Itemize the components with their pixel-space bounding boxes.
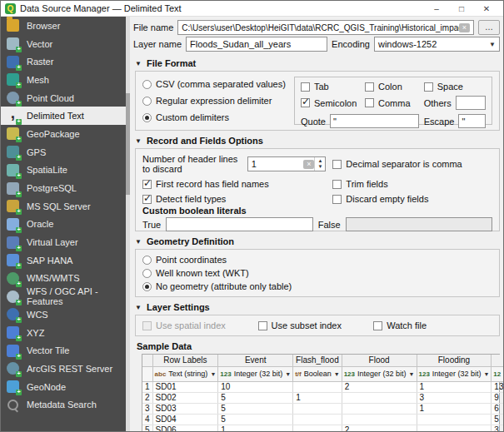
field-type-combo[interactable]: abcText (string)▼ <box>153 370 218 378</box>
true-input[interactable] <box>166 217 312 231</box>
options-scrollbar-thumb[interactable] <box>126 93 130 195</box>
checkbox-icon[interactable] <box>365 98 374 107</box>
sidebar-item-vector[interactable]: +Vector <box>1 35 126 53</box>
sidebar-item-label: WCS <box>27 310 48 320</box>
sidebar-item-ms-sql-server[interactable]: +MS SQL Server <box>1 197 126 216</box>
checkbox-comma[interactable]: Comma <box>365 98 419 108</box>
sidebar-item-oracle[interactable]: +Oracle <box>1 216 126 234</box>
sidebar-item-postgresql[interactable]: +PostgreSQL <box>1 179 126 197</box>
file-format-title: File Format <box>147 58 196 68</box>
checkbox-icon[interactable] <box>332 160 342 169</box>
checkbox-icon[interactable] <box>142 180 152 189</box>
minimize-button[interactable]: – <box>424 2 449 16</box>
checkbox-icon[interactable] <box>373 321 382 330</box>
checkbox-subset-index[interactable]: Use subset index <box>258 320 374 330</box>
record-fields-header[interactable]: ▼ Record and Fields Options <box>135 136 500 146</box>
checkbox-watch-file[interactable]: Watch file <box>373 320 489 330</box>
radio-regex[interactable]: Regular expression delimiter <box>142 96 286 106</box>
sidebar-item-wms-wmts[interactable]: +WMS/WMTS <box>1 270 126 288</box>
add-plus-icon: + <box>16 263 22 269</box>
checkbox-icon[interactable] <box>332 195 342 204</box>
layer-settings-header[interactable]: ▼ Layer Settings <box>135 302 500 312</box>
radio-icon[interactable] <box>142 282 152 291</box>
spinner-arrows-icon[interactable]: ▲▼ <box>314 157 325 171</box>
wcs-icon: + <box>7 308 19 320</box>
sidebar-item-label: Vector Tile <box>27 345 69 355</box>
sidebar-item-arcgis-rest-server[interactable]: +ArcGIS REST Server <box>1 360 126 378</box>
field-type-combo[interactable]: t/fBoolean▼ <box>293 370 342 378</box>
sidebar-item-geopackage[interactable]: +GeoPackage <box>1 125 126 143</box>
field-type-combo[interactable]: 123Integer (32 bit)▼ <box>342 370 417 378</box>
geometry-definition-header[interactable]: ▼ Geometry Definition <box>135 236 500 246</box>
checkbox-icon[interactable] <box>301 82 310 92</box>
checkbox-icon[interactable] <box>365 82 374 92</box>
field-type-combo[interactable]: 12 <box>492 370 504 378</box>
table-cell: 3 <box>492 425 504 432</box>
sidebar-item-geonode[interactable]: +GeoNode <box>1 378 126 396</box>
checkbox-decimal-comma-label: Decimal separator is comma <box>346 159 462 169</box>
sidebar-item-wfs-ogc-api-features[interactable]: +WFS / OGC API - Features <box>1 287 126 305</box>
file-name-input[interactable]: C:\Users\user\Desktop\HeiGIT\data\RCRC_Q… <box>177 20 474 35</box>
escape-input[interactable]: " <box>458 114 486 128</box>
options-scrollbar[interactable] <box>126 17 130 431</box>
radio-custom-delimiters[interactable]: Custom delimiters <box>142 112 286 122</box>
field-type-combo[interactable]: 123Integer (32 bit)▼ <box>218 370 292 378</box>
quote-input[interactable]: " <box>330 114 419 128</box>
sidebar-item-raster[interactable]: +Raster <box>1 52 126 71</box>
radio-point-coordinates[interactable]: Point coordinates <box>142 255 492 265</box>
sidebar-item-spatialite[interactable]: +SpatiaLite <box>1 161 126 180</box>
sidebar-item-gps[interactable]: +GPS <box>1 143 126 161</box>
checkbox-trim-fields[interactable]: Trim fields <box>332 179 492 189</box>
encoding-select[interactable]: windows-1252 ▼ <box>374 37 500 52</box>
checkbox-icon[interactable] <box>424 82 433 92</box>
sidebar-item-point-cloud[interactable]: +Point Cloud <box>1 89 126 107</box>
sidebar-item-label: Raster <box>27 57 53 67</box>
radio-icon[interactable] <box>142 97 152 106</box>
checkbox-icon[interactable] <box>142 195 152 204</box>
sidebar-item-browser[interactable]: Browser <box>1 17 126 35</box>
checkbox-icon[interactable] <box>258 321 267 330</box>
checkbox-decimal-comma[interactable]: Decimal separator is comma <box>332 159 492 169</box>
header-lines-spinner[interactable]: 1 × ▲▼ <box>247 156 327 171</box>
maximize-button[interactable]: □ <box>449 2 474 16</box>
checkbox-first-record[interactable]: First record has field names <box>142 179 326 189</box>
sidebar-item-wcs[interactable]: +WCS <box>1 305 126 324</box>
radio-icon[interactable] <box>142 269 152 278</box>
checkbox-tab[interactable]: Tab <box>301 82 360 92</box>
radio-wkt[interactable]: Well known text (WKT) <box>142 268 492 278</box>
sidebar-item-label: ArcGIS REST Server <box>27 364 112 374</box>
radio-icon[interactable] <box>142 80 152 89</box>
radio-no-geometry[interactable]: No geometry (attribute only table) <box>142 281 492 291</box>
checkbox-space[interactable]: Space <box>424 82 486 92</box>
close-icon[interactable]: ✕ <box>474 2 499 16</box>
add-plus-icon: + <box>16 227 22 233</box>
sidebar-item-virtual-layer[interactable]: +Virtual Layer <box>1 233 126 251</box>
column-header <box>492 355 504 366</box>
radio-icon[interactable] <box>142 113 152 122</box>
add-plus-icon: + <box>16 65 22 71</box>
sidebar-item-vector-tile[interactable]: +Vector Tile <box>1 341 126 360</box>
checkbox-semicolon[interactable]: Semicolon <box>301 98 360 108</box>
sidebar-item-sap-hana[interactable]: +SAP HANA <box>1 251 126 270</box>
layer-name-input[interactable]: Floods_Sudan_all_years <box>186 37 327 52</box>
file-format-header[interactable]: ▼ File Format <box>135 58 500 68</box>
checkbox-icon[interactable] <box>332 180 342 189</box>
checkbox-detect-types[interactable]: Detect field types <box>142 194 326 204</box>
clear-text-icon[interactable]: × <box>459 23 470 32</box>
field-type-combo[interactable]: 123Integer (32 bit)▼ <box>417 370 492 378</box>
others-input[interactable] <box>456 96 486 110</box>
checkbox-discard-empty[interactable]: Discard empty fields <box>332 194 492 204</box>
table-cell: 6 <box>492 403 504 414</box>
record-fields-title: Record and Fields Options <box>147 136 263 146</box>
sidebar-item-mesh[interactable]: +Mesh <box>1 71 126 89</box>
sidebar-item-metadata-search[interactable]: Metadata Search <box>1 395 126 414</box>
radio-csv[interactable]: CSV (comma separated values) <box>142 79 286 89</box>
checkbox-icon[interactable] <box>301 98 310 107</box>
checkbox-colon[interactable]: Colon <box>365 82 419 92</box>
escape-field: Escape " <box>424 114 486 128</box>
radio-icon[interactable] <box>142 256 152 265</box>
sidebar-item-xyz[interactable]: +XYZ <box>1 324 126 342</box>
sidebar-item-delimited-text[interactable]: ,+Delimited Text <box>1 107 126 125</box>
browse-button[interactable]: … <box>478 20 500 35</box>
clear-text-icon[interactable]: × <box>303 160 314 169</box>
